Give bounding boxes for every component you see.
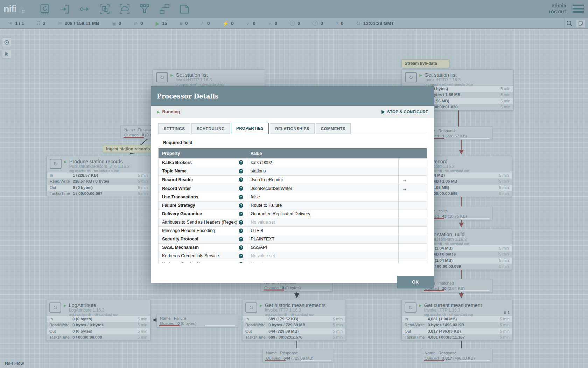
- input-port-tool-icon[interactable]: [59, 3, 71, 15]
- processor-details-dialog: Processor Details ▶ Running STOP & CONFI…: [151, 86, 434, 283]
- status-running: ▶15: [156, 21, 167, 26]
- goto-controller-service-icon[interactable]: →: [402, 186, 407, 191]
- stat-value: 4,081 / 00:03:11.167: [428, 335, 496, 340]
- property-row: Attributes to Send as Headers (Regex)?No…: [159, 218, 427, 226]
- panel-toggle-button[interactable]: [576, 19, 585, 28]
- help-icon[interactable]: ?: [239, 220, 243, 225]
- run-status-icon: ▶: [419, 73, 422, 77]
- label-tool-icon[interactable]: [178, 3, 190, 15]
- stat-row: Read/Write228.57 KB / 0 bytes5 min: [47, 178, 150, 184]
- connection-response-bottom-center[interactable]: NameResponseQueued644 (729.89 MB): [262, 349, 334, 362]
- breadcrumb[interactable]: NiFi Flow: [5, 361, 24, 366]
- connection-response-bottom-right[interactable]: NameResponseQueued3,817 (496.03 KB): [421, 349, 492, 362]
- tab-comments[interactable]: COMMENTS: [316, 123, 351, 134]
- processor-produce-station-records[interactable]: ↻▶Produce station recordsPublishKafkaRec…: [47, 156, 151, 196]
- processor-bundle: org.apache.nifi - nifi-standard-nar: [424, 313, 482, 316]
- processor-get-historic-measurements[interactable]: ↻▶Get historic measurementsInvokeHTTP 1.…: [242, 300, 346, 341]
- status-locally-modified: ∗0: [268, 21, 277, 26]
- processor-get-current-measurement[interactable]: ↻▶Get current measurementInvokeHTTP 1.16…: [401, 300, 513, 341]
- goto-cell: [399, 252, 427, 260]
- stat-value: 644 (729.89 MB): [268, 329, 329, 334]
- stat-row: Out0 (0 bytes)5 min: [47, 185, 150, 191]
- stat-window: 5 min: [134, 185, 148, 190]
- goto-cell: [399, 193, 427, 201]
- tab-settings[interactable]: SETTINGS: [158, 123, 190, 134]
- stat-window: 5 min: [495, 264, 509, 269]
- property-row: Kerberos Credentials Service?No value se…: [159, 252, 427, 260]
- funnel-tool-icon[interactable]: [139, 3, 150, 15]
- help-icon[interactable]: ?: [239, 237, 243, 241]
- stat-row: Tasks/Time689 / 00:02:02.5765 min: [243, 334, 345, 340]
- tab-scheduling[interactable]: SCHEDULING: [191, 123, 230, 134]
- property-name: Delivery Guarantee: [162, 211, 237, 216]
- property-name: Topic Name: [162, 169, 237, 173]
- template-tool-icon[interactable]: [159, 3, 170, 15]
- help-icon[interactable]: ?: [239, 229, 243, 233]
- canvas-label-ingest-station-records[interactable]: Ingest station records: [103, 145, 153, 153]
- value-cell: No value set: [247, 260, 399, 263]
- value-cell: PLAINTEXT: [247, 235, 399, 243]
- property-cell: Kafka Brokers?: [159, 158, 247, 167]
- stat-value: 689 (179.52 KB): [268, 316, 329, 322]
- note-icon: [578, 21, 583, 26]
- connection-failure[interactable]: NameFailureQueued0 (0 bytes): [156, 314, 238, 327]
- stat-value: 134 (1.05 MB): [424, 185, 495, 190]
- remote-process-group-tool-icon[interactable]: [119, 3, 131, 15]
- property-row: Message Header Encoding?UTF-8: [159, 226, 427, 235]
- property-value: UTF-8: [251, 228, 263, 233]
- processor-tool-icon[interactable]: [39, 3, 51, 15]
- stat-window: 5 min: [133, 322, 147, 328]
- queued-icon: ≣: [58, 21, 62, 26]
- property-name: SASL Mechanism: [162, 245, 237, 250]
- refresh-time-text: 13:01:28 GMT: [363, 21, 394, 26]
- global-menu-button[interactable]: [573, 5, 584, 13]
- stat-window: 5 min: [133, 316, 147, 322]
- processor-log-attribute[interactable]: ↻▶LogAttributeLogAttribute 1.16.3org.apa…: [46, 300, 150, 341]
- stat-value: 0 bytes / 496.03 KB: [428, 322, 496, 328]
- property-value: No value set: [251, 262, 275, 263]
- status-threads: ⠿3: [37, 21, 46, 26]
- help-icon[interactable]: ?: [239, 212, 243, 216]
- stop-configure-button[interactable]: STOP & CONFIGURE: [380, 109, 428, 115]
- process-group-tool-icon[interactable]: [99, 3, 111, 15]
- stat-window: 5 min: [495, 246, 509, 251]
- help-icon[interactable]: ?: [239, 203, 243, 208]
- property-row: Security Protocol?PLAINTEXT: [159, 235, 427, 243]
- logout-link[interactable]: LOG OUT: [549, 10, 566, 14]
- connection-name: Response: [439, 129, 457, 133]
- help-icon[interactable]: ?: [239, 186, 243, 191]
- output-port-tool-icon[interactable]: [79, 3, 91, 15]
- navigate-palette-button[interactable]: [2, 38, 11, 47]
- help-icon[interactable]: ?: [239, 195, 243, 199]
- run-status-icon: ▶: [260, 304, 262, 307]
- property-name: Record Writer: [162, 186, 237, 191]
- navigate-icon: [4, 40, 9, 45]
- help-icon[interactable]: ?: [239, 254, 243, 258]
- help-icon[interactable]: ?: [239, 160, 243, 165]
- ok-button[interactable]: OK: [397, 276, 434, 288]
- stat-label: Out: [405, 329, 428, 334]
- connection-name: Response: [280, 351, 298, 355]
- status-count: 1 / 1: [15, 21, 24, 26]
- value-cell: Guarantee Replicated Delivery: [247, 210, 399, 218]
- locally-modified-icon: ∗: [268, 21, 272, 26]
- stat-window: 5 min: [496, 86, 510, 91]
- goto-controller-service-icon[interactable]: →: [402, 177, 407, 183]
- operate-palette-button[interactable]: [2, 49, 11, 59]
- tab-relationships[interactable]: RELATIONSHIPS: [270, 123, 315, 134]
- stat-window: 5 min: [496, 335, 510, 340]
- processor-icon: ↻: [49, 302, 61, 313]
- canvas-label-stream-live-data[interactable]: Stream live-data: [401, 60, 449, 68]
- stat-value: 1 / 00:00:01.020: [428, 104, 496, 110]
- help-icon[interactable]: ?: [239, 169, 243, 173]
- tab-properties[interactable]: PROPERTIES: [231, 123, 269, 134]
- search-icon[interactable]: [566, 20, 573, 27]
- value-cell: Route to Failure: [247, 201, 399, 210]
- stat-label: Tasks/Time: [405, 335, 428, 340]
- help-icon[interactable]: ?: [239, 262, 243, 263]
- refresh-icon[interactable]: ↻: [356, 20, 360, 27]
- status-count: 0: [207, 21, 210, 26]
- property-row: Kafka Brokers?kafka:9092: [159, 158, 427, 167]
- help-icon[interactable]: ?: [239, 245, 243, 250]
- help-icon[interactable]: ?: [239, 177, 243, 182]
